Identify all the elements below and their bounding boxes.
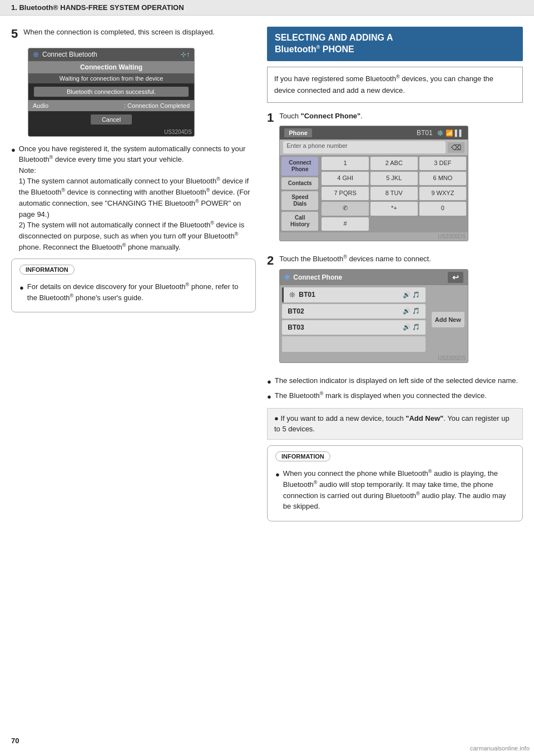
signal-icon: ⊹↑ [181,51,190,58]
step1: 1 Touch "Connect Phone". Phone BT01 ❊ 📶 … [267,111,523,247]
conn-title: Connect Phone [293,273,342,281]
header-title: 1. Bluetooth® HANDS-FREE SYSTEM OPERATIO… [11,3,184,12]
key-2[interactable]: 2 ABC [370,157,418,170]
device-list: ❊ BT01 🔊 🎵 BT02 🔊 🎵 BT03 [280,285,428,354]
bt01-name: BT01 [299,291,315,299]
phone-top-bar: Phone BT01 ❊ 📶 ▌▌ [280,126,468,140]
step1-body: Touch "Connect Phone". Phone BT01 ❊ 📶 ▌▌… [279,111,523,247]
shaded-bullet-dot: ● [274,414,280,422]
device-bt03[interactable]: BT03 🔊 🎵 [282,320,426,335]
key-5[interactable]: 5 JKL [370,172,418,185]
step2-number: 2 [267,253,274,268]
waiting-text: Waiting for connection from the device [28,73,194,83]
phone-bt-label: BT01 [417,129,433,137]
key-call[interactable]: ✆ [322,202,369,216]
step1-number: 1 [267,111,274,125]
key-8[interactable]: 8 TUV [370,187,418,200]
watermark: carmanualsonline.info [470,745,530,752]
add-new-button[interactable]: Add New [432,312,464,327]
connect-phone-screen: ❊ Connect Phone ↩ ❊ BT01 🔊 🎵 [279,269,468,363]
bullet-1: ● Once you have registered it, the syste… [11,143,256,253]
left-bullets: ● Once you have registered it, the syste… [11,143,256,253]
connection-waiting-label: Connection Waiting [28,61,194,73]
bt01-icons: 🔊 🎵 [403,291,420,299]
shaded-bullet: ● If you want to add a new device, touch… [267,408,523,440]
info-bullet-dot: ● [19,282,24,294]
key-hash[interactable]: # [322,217,369,231]
info-label-wrap: INFORMATION [19,265,248,278]
bluetooth-icon: ❊ [33,51,39,59]
bt02-name: BT02 [288,307,304,315]
right-bullet-text-1: The selection indicator is displayed on … [275,375,518,386]
success-text: Bluetooth connection successful. [34,87,189,97]
backspace-button[interactable]: ⌫ [448,142,464,153]
step2-body: Touch the Bluetooth® devices name to con… [279,253,523,369]
right-information-section: INFORMATION ● When you connect the phone… [267,445,523,521]
intro-box: If you have registered some Bluetooth® d… [267,67,523,103]
info-text: For details on device discovery for your… [27,281,248,304]
section-title-line1: SELECTING AND ADDING A [275,32,515,44]
page-header: 1. Bluetooth® HANDS-FREE SYSTEM OPERATIO… [0,0,534,16]
right-bullet-text-2: The Bluetooth® mark is displayed when yo… [275,390,487,401]
cancel-button[interactable]: Cancel [91,115,132,125]
speed-dials-btn[interactable]: SpeedDials [281,191,318,210]
phone-body: ConnectPhone Contacts SpeedDials CallHis… [280,155,468,232]
phone-ds: US3305DS [280,232,468,241]
bt02-icons: 🔊 🎵 [403,307,420,315]
key-3[interactable]: 3 DEF [419,157,467,170]
right-info-label-wrap: INFORMATION [275,451,515,465]
connect-bluetooth-screen: ❊ Connect Bluetooth ⊹↑ Connection Waitin… [28,48,195,137]
right-bullet-dot-1: ● [267,376,271,387]
empty-slot-1 [282,336,426,352]
key-0[interactable]: 0 [419,202,467,216]
step1-text: Touch "Connect Phone". [279,111,523,122]
right-bullet-1: ● The selection indicator is displayed o… [267,375,523,387]
phone-bt-icon: ❊ [437,129,443,137]
screen-header: ❊ Connect Bluetooth ⊹↑ [28,48,194,61]
screen-ds: US3204DS [28,128,194,136]
intro-text: If you have registered some Bluetooth® d… [274,74,493,94]
left-column: 5 When the connection is completed, this… [11,27,256,527]
step2-text: Touch the Bluetooth® devices name to con… [279,253,523,265]
audio-label: Audio [33,102,48,109]
key-6[interactable]: 6 MNO [419,172,467,185]
shaded-bullet-text: If you want to add a new device, touch "… [274,414,510,434]
right-info-text: When you connect the phone while Bluetoo… [283,468,515,512]
phone-screen: Phone BT01 ❊ 📶 ▌▌ Enter a phone number ⌫ [279,126,468,241]
phone-signal-icon: 📶 ▌▌ [446,130,464,137]
screen-title: Connect Bluetooth [42,51,97,58]
bullet-text-1: Once you have registered it, the system … [19,143,256,253]
device-bt01[interactable]: ❊ BT01 🔊 🎵 [282,287,426,302]
phone-input-field[interactable]: Enter a phone number [283,141,446,153]
step5: 5 When the connection is completed, this… [11,27,256,137]
bullet-dot-1: ● [11,145,16,156]
right-info-bullet-dot: ● [275,469,280,480]
contacts-btn[interactable]: Contacts [281,177,318,190]
section-header: SELECTING AND ADDING A Bluetooth® PHONE [267,27,523,61]
page-content: 5 When the connection is completed, this… [0,16,534,538]
key-7[interactable]: 7 PQRS [322,187,369,200]
information-section: INFORMATION ● For details on device disc… [11,258,256,313]
conn-back-btn[interactable]: ↩ [448,272,463,283]
conn-top-bar: ❊ Connect Phone ↩ [280,270,468,285]
bt03-icons: 🔊 🎵 [403,324,420,331]
device-bt02[interactable]: BT02 🔊 🎵 [282,304,426,319]
section-title-line2: Bluetooth® PHONE [275,44,515,56]
key-4[interactable]: 4 GHI [322,172,369,185]
key-1[interactable]: 1 [322,157,369,170]
conn-bluetooth-icon: ❊ [284,273,290,281]
right-info-bullet: ● When you connect the phone while Bluet… [275,468,515,512]
audio-status-row: Audio : Connection Completed [28,100,194,111]
right-bullet-dot-2: ● [267,391,271,402]
phone-input-row: Enter a phone number ⌫ [280,140,468,155]
step2: 2 Touch the Bluetooth® devices name to c… [267,253,523,369]
key-9[interactable]: 9 WXYZ [419,187,467,200]
right-bullets: ● The selection indicator is displayed o… [267,375,523,402]
bt03-name: BT03 [288,324,304,331]
conn-right-area: Add New [428,285,468,354]
connect-phone-btn[interactable]: ConnectPhone [281,157,318,176]
right-column: SELECTING AND ADDING A Bluetooth® PHONE … [267,27,523,527]
key-star[interactable]: *+ [370,202,418,216]
audio-status: : Connection Completed [124,102,190,109]
call-history-btn[interactable]: CallHistory [281,212,318,231]
